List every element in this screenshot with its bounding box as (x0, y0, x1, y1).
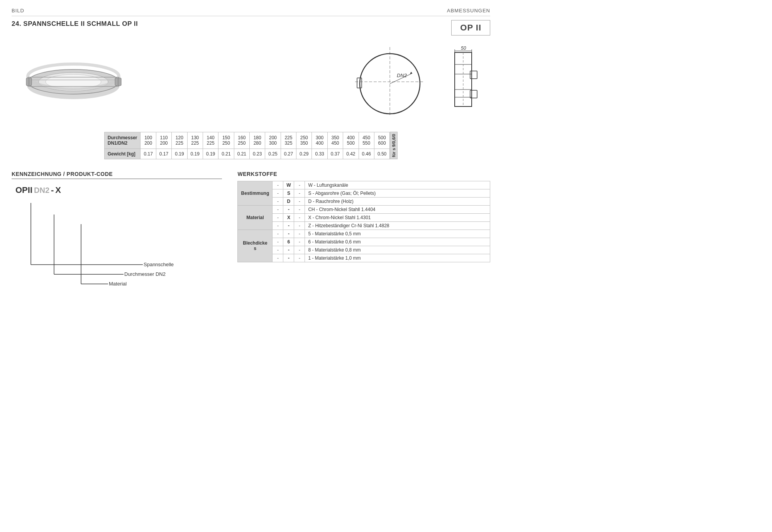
svg-rect-6 (28, 79, 119, 81)
dim-table-wrapper: DurchmesserDN1/DN21002001102001202251302… (104, 132, 398, 159)
bracket-diagram: Spannschelle II Durchmesser DN2 Material (19, 203, 174, 288)
werkstoffe: WERKSTOFFE Bestimmung-W-W - Luftungskanä… (237, 171, 490, 288)
diagram-front: DN2 (351, 43, 428, 120)
code-dn2: DN2 (34, 186, 49, 195)
table-section: DurchmesserDN1/DN21002001102001202251302… (12, 132, 490, 159)
page-title: 24. SPANNSCHELLE II SCHMALL OP II (12, 20, 138, 28)
header-left: BILD (12, 8, 24, 14)
page-header: BILD ABMESSUNGEN (12, 8, 490, 16)
svg-rect-28 (470, 71, 477, 79)
svg-text:50: 50 (461, 46, 466, 51)
header-right: ABMESSUNGEN (447, 8, 490, 14)
svg-rect-29 (470, 90, 477, 98)
bottom-section: KENNZEICHNUNG / PRODUKT-CODE OPII DN2 - … (12, 171, 490, 288)
op-badge: OP II (451, 20, 490, 35)
werkstoffe-title: WERKSTOFFE (237, 171, 490, 177)
diagrams: DN2 50 (351, 43, 482, 120)
diagram-side: 50 (444, 43, 482, 120)
kennzeichnung: KENNZEICHNUNG / PRODUKT-CODE OPII DN2 - … (12, 171, 222, 288)
title-row: 24. SPANNSCHELLE II SCHMALL OP II OP II (12, 20, 490, 35)
werkstoffe-table: Bestimmung-W-W - Luftungskanäle-S-S - Ab… (237, 181, 490, 262)
product-image (19, 51, 127, 113)
rotated-label: für s 9/0,6/0 (390, 132, 398, 159)
svg-text:Spannschelle II: Spannschelle II (144, 262, 174, 267)
visual-row: DN2 50 (12, 43, 490, 120)
svg-text:Material: Material (109, 281, 127, 287)
svg-text:DN2: DN2 (397, 73, 407, 78)
code-opii: OPII (15, 185, 32, 195)
svg-text:Durchmesser DN2: Durchmesser DN2 (124, 271, 166, 277)
code-display: OPII DN2 - X (12, 185, 222, 195)
code-x: X (55, 185, 61, 195)
kennzeichnung-title: KENNZEICHNUNG / PRODUKT-CODE (12, 171, 222, 179)
code-sep: - (51, 185, 54, 195)
dim-table: DurchmesserDN1/DN21002001102001202251302… (104, 132, 390, 159)
